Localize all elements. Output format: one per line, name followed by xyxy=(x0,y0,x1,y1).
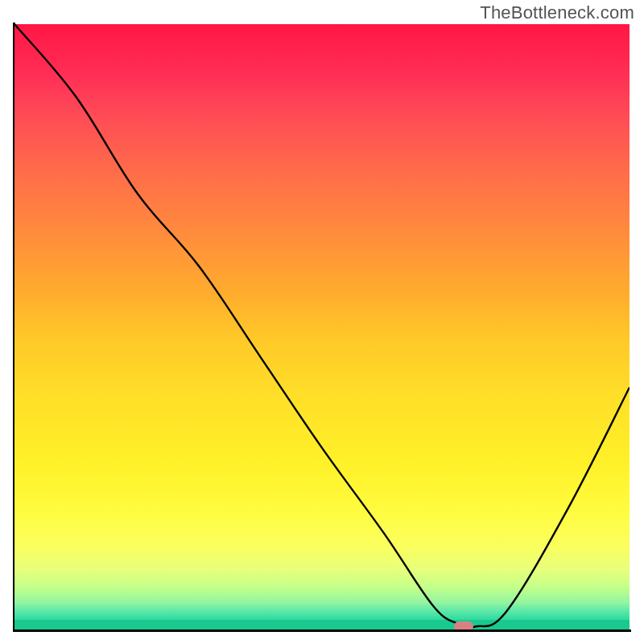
chart-container: TheBottleneck.com xyxy=(0,0,644,644)
x-axis xyxy=(13,630,631,632)
bottom-green-strip xyxy=(14,620,630,630)
optimal-point-marker xyxy=(454,621,473,630)
watermark-text: TheBottleneck.com xyxy=(480,2,634,23)
gradient-background xyxy=(14,24,630,630)
plot-area xyxy=(14,24,630,630)
